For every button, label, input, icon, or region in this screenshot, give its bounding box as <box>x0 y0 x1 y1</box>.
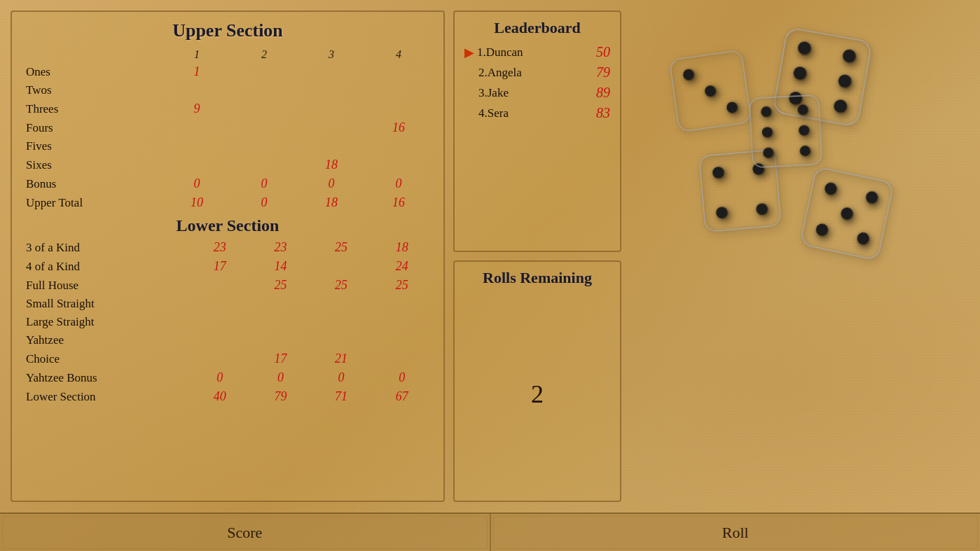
lower-score-8-1: 79 <box>250 387 311 406</box>
svg-point-28 <box>800 146 810 156</box>
lower-score-5-3[interactable] <box>371 331 432 349</box>
upper-score-0-2[interactable] <box>298 62 365 81</box>
upper-row-3: Fours16 <box>23 118 432 137</box>
svg-point-25 <box>762 127 773 137</box>
lower-score-2-3: 25 <box>371 276 432 295</box>
lower-score-table: 3 of a Kind232325184 of a Kind171424Full… <box>23 238 432 406</box>
lower-score-5-0[interactable] <box>190 331 251 349</box>
lower-score-1-2[interactable] <box>311 257 372 276</box>
upper-score-1-3[interactable] <box>365 81 432 99</box>
roll-button[interactable]: Roll <box>491 514 981 551</box>
player-rank: 3. <box>478 86 488 100</box>
lower-section-title: Lower Section <box>23 212 432 238</box>
die-5[interactable] <box>749 95 822 168</box>
score-button[interactable]: Score <box>0 514 491 551</box>
die-4[interactable] <box>805 172 889 256</box>
upper-score-2-2[interactable] <box>298 99 365 118</box>
svg-point-24 <box>797 104 808 115</box>
lower-score-6-1: 17 <box>250 349 311 368</box>
player-score: 50 <box>596 44 610 60</box>
player-name: Angela <box>488 66 596 80</box>
svg-point-27 <box>763 148 773 158</box>
upper-score-3-3: 16 <box>365 118 432 137</box>
leaderboard-panel: Leaderboard ▶1. Duncan502. Angela793. Ja… <box>453 11 621 252</box>
upper-row-7: Upper Total1001816 <box>23 193 432 212</box>
upper-score-3-2[interactable] <box>298 118 365 137</box>
upper-score-3-1[interactable] <box>230 118 298 137</box>
lower-score-4-3[interactable] <box>371 313 432 331</box>
die-1[interactable] <box>672 53 749 130</box>
upper-score-1-0[interactable] <box>163 81 230 99</box>
upper-section-title: Upper Section <box>23 20 432 41</box>
leaderboard-title: Leaderboard <box>464 19 610 37</box>
lower-score-2-2: 25 <box>311 276 372 295</box>
lower-row-label-4: Large Straight <box>23 313 190 331</box>
player-rank: 1. <box>477 46 486 60</box>
upper-score-5-1[interactable] <box>230 155 298 174</box>
player-name: Duncan <box>486 46 596 60</box>
lower-score-1-0: 17 <box>190 257 251 276</box>
lower-row-label-8: Lower Section <box>23 387 190 406</box>
lower-score-3-0[interactable] <box>190 295 251 313</box>
upper-score-0-1[interactable] <box>230 62 298 81</box>
lower-score-5-1[interactable] <box>250 331 311 349</box>
upper-score-2-3[interactable] <box>365 99 432 118</box>
upper-score-5-0[interactable] <box>163 155 230 174</box>
lower-score-0-0: 23 <box>190 238 251 257</box>
lower-row-8: Lower Section40797167 <box>23 387 432 406</box>
upper-row-5: Sixes18 <box>23 155 432 174</box>
col-header-1: 1 <box>163 47 230 62</box>
bottom-bar: Score Roll <box>0 512 980 551</box>
upper-row-label-5: Sixes <box>23 155 163 174</box>
lower-score-4-2[interactable] <box>311 313 372 331</box>
player-name: Sera <box>488 106 596 120</box>
svg-rect-22 <box>750 95 822 168</box>
col-header-4: 4 <box>365 47 432 62</box>
upper-score-4-3[interactable] <box>365 137 432 155</box>
player-score: 83 <box>596 105 610 121</box>
lower-score-4-0[interactable] <box>190 313 251 331</box>
lower-score-1-1: 14 <box>250 257 311 276</box>
upper-score-4-1[interactable] <box>230 137 298 155</box>
svg-point-8 <box>837 74 852 88</box>
upper-score-7-2: 18 <box>298 193 365 212</box>
lower-score-4-1[interactable] <box>250 313 311 331</box>
svg-point-7 <box>792 66 807 81</box>
right-panels: Leaderboard ▶1. Duncan502. Angela793. Ja… <box>453 11 621 502</box>
upper-score-7-0: 10 <box>163 193 230 212</box>
upper-score-5-3[interactable] <box>365 155 432 174</box>
scorecard-panel: Upper Section 1 2 3 4 Ones1TwosThrees9Fo… <box>11 11 445 502</box>
upper-score-0-3[interactable] <box>365 62 432 81</box>
upper-score-3-0[interactable] <box>163 118 230 137</box>
lower-score-6-3[interactable] <box>371 349 432 368</box>
player-score: 89 <box>596 85 610 101</box>
lower-row-1: 4 of a Kind171424 <box>23 257 432 276</box>
upper-score-1-1[interactable] <box>230 81 298 99</box>
lower-score-3-2[interactable] <box>311 295 372 313</box>
upper-score-2-0: 9 <box>163 99 230 118</box>
lower-row-4: Large Straight <box>23 313 432 331</box>
svg-point-2 <box>704 85 716 97</box>
lower-score-5-2[interactable] <box>311 331 372 349</box>
upper-row-4: Fives <box>23 137 432 155</box>
svg-point-14 <box>716 207 728 218</box>
upper-score-1-2[interactable] <box>298 81 365 99</box>
roll-label: Roll <box>722 524 749 542</box>
leaderboard-row-1: 2. Angela79 <box>464 64 610 81</box>
svg-point-26 <box>799 125 809 135</box>
lower-score-7-0: 0 <box>190 368 251 387</box>
upper-score-4-0[interactable] <box>163 137 230 155</box>
lower-row-label-2: Full House <box>23 276 190 295</box>
lower-score-2-0[interactable] <box>190 276 251 295</box>
upper-score-2-1[interactable] <box>230 99 298 118</box>
upper-score-6-1: 0 <box>230 174 298 193</box>
lower-score-3-1[interactable] <box>250 295 311 313</box>
lower-score-6-0[interactable] <box>190 349 251 368</box>
lower-score-3-3[interactable] <box>371 295 432 313</box>
top-area: Upper Section 1 2 3 4 Ones1TwosThrees9Fo… <box>0 0 980 512</box>
upper-row-label-1: Twos <box>23 81 163 99</box>
player-rank: 2. <box>478 66 488 80</box>
upper-row-6: Bonus0000 <box>23 174 432 193</box>
lower-row-label-3: Small Straight <box>23 295 190 313</box>
upper-score-4-2[interactable] <box>298 137 365 155</box>
